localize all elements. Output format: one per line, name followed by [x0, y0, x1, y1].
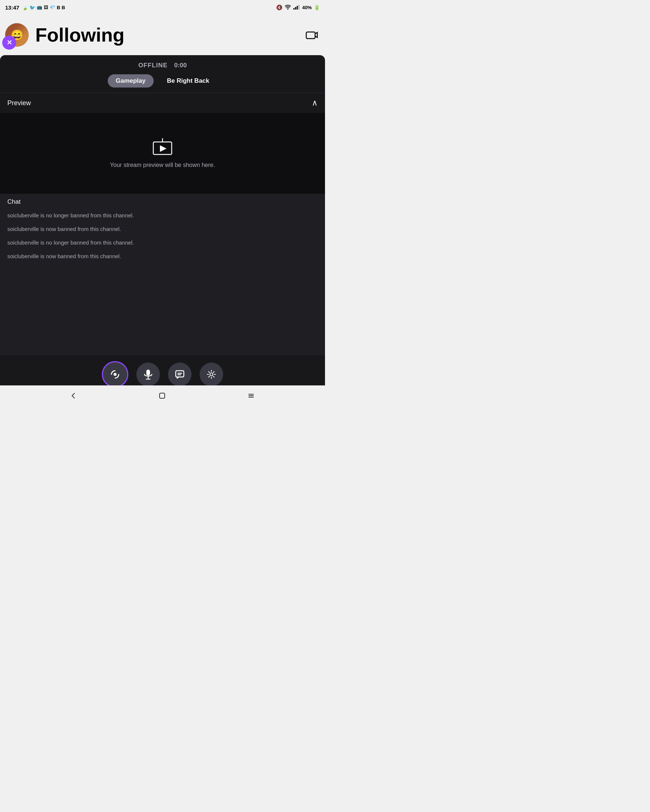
- svg-rect-16: [160, 393, 165, 398]
- svg-point-8: [114, 373, 116, 376]
- avatar-container: 😄 ✕: [5, 23, 29, 47]
- stream-preview-icon: [152, 138, 173, 157]
- tab-gameplay[interactable]: Gameplay: [108, 74, 154, 87]
- svg-rect-12: [176, 371, 184, 377]
- chat-section: Chat soicluberville is no longer banned …: [0, 194, 325, 355]
- svg-point-15: [210, 373, 213, 376]
- preview-section: Preview ∧ Your stream preview will be sh…: [0, 93, 325, 194]
- list-item: soicluberville is now banned from this c…: [8, 249, 317, 263]
- tab-be-right-back[interactable]: Be Right Back: [159, 74, 217, 87]
- offline-row: OFFLINE 0:00: [8, 62, 317, 69]
- chevron-up-icon: ∧: [312, 98, 317, 108]
- preview-header[interactable]: Preview ∧: [0, 93, 325, 113]
- preview-content: Your stream preview will be shown here.: [0, 113, 325, 194]
- header-area: 😄 ✕ Following: [0, 15, 325, 55]
- notif-icon-4: 🖼: [44, 5, 48, 10]
- mic-button[interactable]: [136, 363, 160, 386]
- settings-button[interactable]: [200, 363, 223, 386]
- svg-rect-4: [306, 32, 315, 39]
- mute-icon: 🔇: [276, 5, 282, 10]
- list-item: soicluberville is now banned from this c…: [8, 222, 317, 236]
- notif-icon-2: 🐦: [29, 5, 35, 10]
- android-home-button[interactable]: [158, 392, 166, 400]
- android-back-button[interactable]: [70, 392, 77, 399]
- close-button[interactable]: ✕: [2, 36, 16, 50]
- scene-tabs: Gameplay Be Right Back: [8, 74, 317, 87]
- status-icons: 🍃 🐦 📺 🖼 💎 B B: [22, 5, 65, 10]
- timer-label: 0:00: [174, 62, 187, 69]
- svg-rect-0: [293, 8, 294, 9]
- notif-icon-7: B: [62, 5, 65, 10]
- notif-icon-1: 🍃: [22, 5, 28, 10]
- page-title: Following: [35, 24, 125, 46]
- svg-rect-9: [146, 369, 150, 375]
- chat-button[interactable]: [168, 363, 192, 386]
- chat-messages: soicluberville is no longer banned from …: [0, 209, 325, 263]
- status-bar: 13:47 🍃 🐦 📺 🖼 💎 B B 🔇 40: [0, 0, 325, 15]
- preview-empty-text: Your stream preview will be shown here.: [110, 162, 215, 168]
- scene-area: OFFLINE 0:00 Gameplay Be Right Back: [0, 55, 325, 93]
- battery-icon: 🔋: [314, 5, 320, 10]
- svg-rect-3: [298, 5, 299, 9]
- notif-icon-3: 📺: [37, 5, 42, 10]
- wifi-icon: [285, 5, 291, 11]
- svg-rect-1: [295, 7, 296, 9]
- battery-label: 40%: [302, 5, 312, 10]
- svg-marker-7: [160, 145, 166, 152]
- android-nav-bar: [0, 385, 325, 406]
- signal-icon: [293, 5, 300, 11]
- notif-icon-5: 💎: [50, 5, 55, 10]
- camera-button[interactable]: [304, 27, 320, 43]
- android-recent-button[interactable]: [247, 392, 255, 399]
- list-item: soicluberville is no longer banned from …: [8, 236, 317, 249]
- offline-label: OFFLINE: [138, 62, 168, 69]
- live-stream-button[interactable]: [102, 361, 128, 388]
- status-time: 13:47: [5, 5, 19, 11]
- chat-header: Chat: [0, 194, 325, 209]
- list-item: soicluberville is no longer banned from …: [8, 209, 317, 222]
- status-right-icons: 🔇 40% 🔋: [276, 5, 320, 11]
- svg-rect-2: [297, 6, 298, 9]
- preview-title: Preview: [8, 99, 31, 107]
- dark-panel: OFFLINE 0:00 Gameplay Be Right Back Prev…: [0, 55, 325, 406]
- notif-icon-6: B: [56, 5, 60, 10]
